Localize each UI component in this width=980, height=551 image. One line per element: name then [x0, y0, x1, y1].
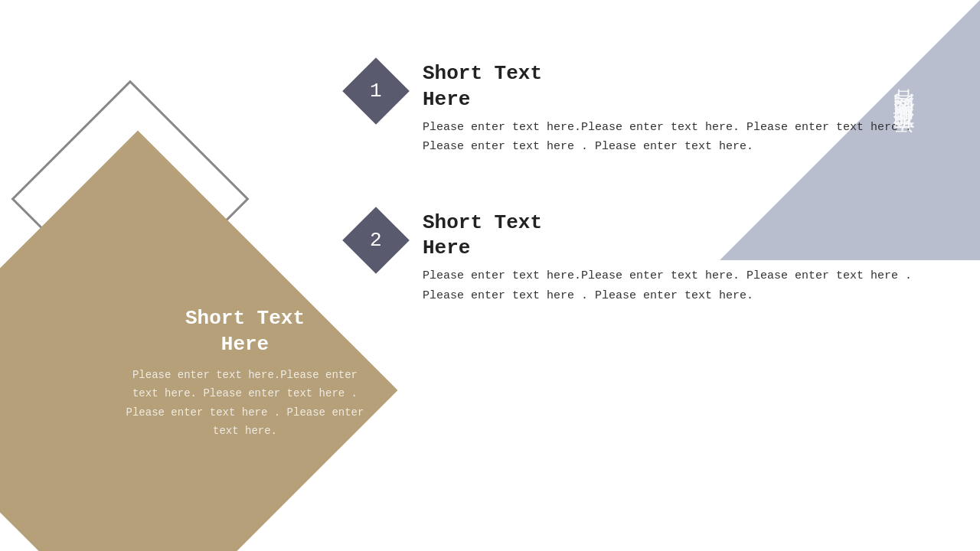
- item-2-number: 2: [370, 229, 382, 252]
- item-1-text: Short Text Here Please enter text here.P…: [423, 61, 934, 157]
- item-2-title: Short Text Here: [423, 210, 934, 262]
- item-1-body: Please enter text here.Please enter text…: [423, 118, 934, 157]
- item-1-block: 1 Short Text Here Please enter text here…: [352, 61, 934, 157]
- left-block-body: Please enter text here.Please enter text…: [119, 366, 371, 441]
- item-1-number: 1: [370, 80, 382, 103]
- item-1-badge: 1: [342, 57, 410, 125]
- main-content-area: 1 Short Text Here Please enter text here…: [352, 61, 934, 505]
- item-2-badge: 2: [342, 207, 410, 274]
- left-content-block: Short Text Here Please enter text here.P…: [119, 306, 371, 441]
- left-block-title: Short Text Here: [119, 306, 371, 358]
- item-2-body: Please enter text here.Please enter text…: [423, 266, 934, 305]
- item-2-text: Short Text Here Please enter text here.P…: [423, 210, 934, 306]
- item-1-title: Short Text Here: [423, 61, 934, 113]
- item-2-block: 2 Short Text Here Please enter text here…: [352, 210, 934, 306]
